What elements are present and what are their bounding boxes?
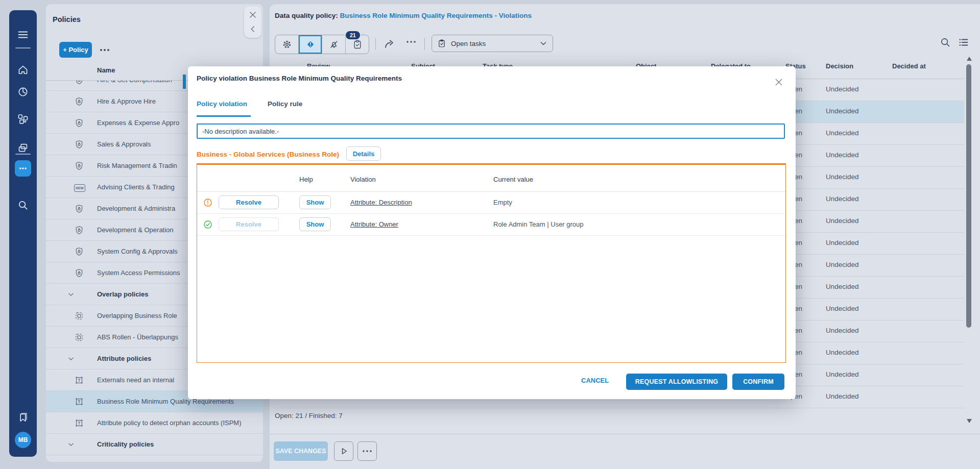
save-changes-button[interactable]: SAVE CHANGES (274, 441, 328, 461)
decision-cell: Undecided (826, 129, 859, 137)
violation-link[interactable]: Attribute: Description (350, 199, 412, 206)
new-badge-icon: NEW (74, 184, 85, 192)
bell-slash-icon[interactable] (322, 35, 345, 54)
toolbar-button-group: 21 (275, 35, 369, 54)
documents-icon[interactable] (17, 142, 29, 154)
policy-label: Risk Management & Tradin (97, 162, 177, 169)
share-arrow-icon[interactable] (383, 38, 395, 50)
confirm-button[interactable]: CONFIRM (732, 374, 784, 390)
close-icon[interactable] (248, 10, 257, 19)
details-button[interactable]: Details (346, 146, 381, 161)
close-icon[interactable] (774, 78, 783, 87)
policy-row[interactable]: Attribute policy to detect orphan accoun… (46, 412, 263, 434)
chevron-down-icon (539, 39, 547, 47)
toolbar-divider (375, 38, 376, 50)
scrollbar-down-arrow[interactable] (966, 418, 972, 424)
policy-label: Hire & Set Compensation (97, 80, 172, 84)
policy-group-row[interactable]: Criticality policies (46, 434, 263, 455)
policy-label: Expenses & Expense Appro (97, 119, 179, 127)
chevron-down-icon[interactable] (67, 355, 75, 362)
shield-lock-icon (75, 140, 84, 149)
request-allowlisting-button[interactable]: REQUEST ALLOWLISTING (626, 374, 727, 390)
policy-label: Externals need an internal (97, 376, 174, 384)
violation-row: Resolve Show Attribute: Owner Role Admin… (197, 214, 785, 236)
clock-icon[interactable] (17, 86, 29, 97)
footer-more-icon[interactable] (357, 441, 377, 461)
policy-label: Development & Administra (97, 205, 175, 212)
chevron-left-icon[interactable] (248, 24, 257, 34)
shield-lock-icon (75, 80, 84, 85)
policy-group-label: Attribute policies (97, 355, 151, 362)
violations-box: Help Violation Current value Resolve Sho… (197, 163, 786, 363)
violation-link[interactable]: Attribute: Owner (350, 220, 398, 228)
chevron-down-icon[interactable] (67, 291, 75, 298)
decision-cell: Undecided (826, 371, 859, 378)
policy-label: Sales & Approvals (97, 140, 151, 148)
settings-gear-icon[interactable] (275, 35, 298, 54)
column-header-name[interactable]: Name (97, 66, 115, 74)
resolve-button[interactable]: Resolve (219, 195, 279, 209)
toolbar-divider (424, 38, 425, 50)
tasks-summary: Open: 21 / Finished: 7 (275, 412, 343, 419)
decision-cell: Undecided (826, 85, 859, 93)
policy-group-label: Criticality policies (97, 440, 154, 448)
column-header[interactable]: Decided at (892, 62, 926, 70)
tab-policy-rule[interactable]: Policy rule (268, 100, 302, 108)
current-value: Role Admin Team | User group (493, 220, 584, 228)
description-field[interactable]: -No description available.- (197, 124, 785, 139)
chevron-down-icon[interactable] (67, 441, 75, 448)
decision-cell: Undecided (826, 261, 859, 268)
shield-lock-icon (75, 161, 84, 170)
decision-cell: Undecided (826, 239, 859, 246)
violations-diamond-icon[interactable]: 21 (298, 35, 322, 54)
user-avatar[interactable]: MB (15, 432, 31, 448)
scrollbar-thumb[interactable] (966, 64, 971, 328)
tab-policy-violation[interactable]: Policy violation (197, 100, 247, 108)
add-policy-button[interactable]: + Policy (59, 42, 92, 58)
overlap-square-icon (75, 333, 84, 342)
application-window: MB Policies + Policy Name Hire & Set Com… (0, 0, 980, 469)
panel-title: Policies (53, 15, 81, 23)
sidebar-divider (15, 154, 31, 155)
search-icon[interactable] (940, 37, 952, 49)
decision-cell: Undecided (826, 349, 859, 356)
sidebar-item-more-active[interactable] (15, 160, 31, 177)
policy-label: ABS Rollen - Überlappungs (97, 333, 178, 341)
processes-icon[interactable] (17, 113, 29, 125)
dialog-title: Policy violation Business Role Minimum Q… (197, 75, 402, 82)
show-help-button[interactable]: Show (299, 217, 331, 231)
decision-cell: Undecided (826, 173, 859, 181)
policy-label: Overlapping Business Role (97, 312, 177, 319)
show-help-button[interactable]: Show (299, 195, 331, 209)
attribute-frame-icon (75, 376, 84, 385)
scrollbar-up-arrow[interactable] (966, 56, 972, 61)
decision-cell: Undecided (826, 195, 859, 203)
clipboard-check-icon[interactable] (345, 35, 369, 54)
cancel-button[interactable]: CANCEL (581, 377, 609, 384)
column-header-help: Help (299, 176, 313, 183)
decision-cell: Undecided (826, 305, 859, 312)
decision-cell: Undecided (826, 107, 859, 115)
column-header-violation: Violation (350, 176, 376, 183)
home-icon[interactable] (17, 64, 29, 76)
shield-lock-icon (75, 268, 84, 278)
bookmark-icon[interactable] (17, 412, 29, 423)
overlap-square-icon (75, 311, 84, 320)
clipboard-icon (437, 39, 446, 48)
shield-lock-icon (75, 204, 84, 213)
page-title: Data quality policy: Business Role Minim… (275, 12, 532, 19)
hamburger-menu-icon[interactable] (17, 29, 29, 40)
policy-label: System Access Permissions (97, 269, 180, 277)
toolbar-more-icon[interactable] (404, 38, 417, 50)
column-header[interactable]: Decision (826, 62, 853, 70)
run-button[interactable] (334, 441, 353, 461)
search-icon[interactable] (17, 200, 29, 211)
attribute-frame-icon (75, 418, 84, 428)
task-filter-dropdown[interactable]: Open tasks (432, 35, 553, 52)
violation-subject-heading: Business - Global Services (Business Rol… (197, 151, 339, 158)
list-view-icon[interactable] (958, 37, 970, 49)
page-title-link[interactable]: Business Role Minimum Quality Requiremen… (340, 12, 532, 19)
panel-more-icon[interactable] (98, 46, 111, 54)
blue-accent-bar (183, 75, 186, 89)
decision-cell: Undecided (826, 392, 859, 400)
